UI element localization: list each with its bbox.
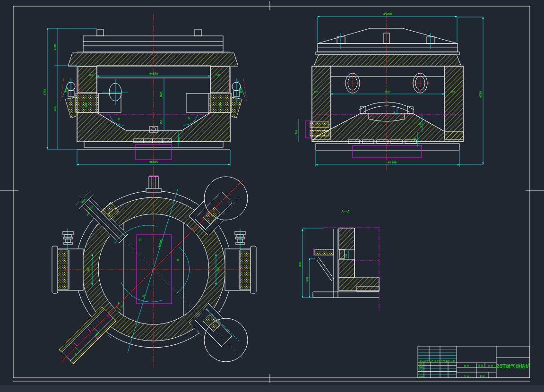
- weight-label: 重 量: [478, 364, 484, 367]
- dim-wall-left: 300: [313, 90, 318, 93]
- bottom-strip: [0, 385, 544, 392]
- sheet-label: 第 张: [480, 375, 485, 377]
- right-wall-hatch: [444, 66, 463, 139]
- dim-trunnion-right: 1160: [217, 267, 220, 273]
- revision-header: 标记 处数 分区 更改文件号 签名 日期: [419, 359, 455, 363]
- dim-dome-gap: 50: [393, 111, 396, 114]
- dim-height-lower: 3230: [53, 106, 56, 111]
- roof-refractory-hatch: [314, 55, 461, 66]
- section-label: A——A: [342, 210, 350, 213]
- dim-pocket-right: 600: [219, 102, 222, 107]
- dim-wall-left: 660: [88, 74, 93, 77]
- dim-top-width: Φ4580: [149, 72, 158, 75]
- dim-trunnion-left: 1160: [87, 267, 90, 273]
- dim-overall-width: Φ6085: [149, 160, 158, 163]
- left-wall-hatch: [312, 66, 331, 139]
- row-approve: 批准: [418, 375, 423, 378]
- sheets-label: 共 张: [464, 375, 469, 377]
- dim-inner-height: 1060: [160, 92, 163, 97]
- dim-base-height: 350: [177, 137, 180, 141]
- dim-height-total: 4750: [479, 91, 482, 98]
- row-process: 工艺: [419, 369, 423, 372]
- plan-view: 1160 1160: [52, 171, 256, 367]
- wall-hatch-mid: [339, 249, 345, 258]
- row-check: 审核: [419, 366, 423, 368]
- dim-base-height: 350: [414, 138, 416, 142]
- lid-refractory-hatch: [68, 53, 238, 66]
- dim-spout-height: 760: [295, 130, 298, 134]
- wall-hatch-upper: [339, 228, 354, 250]
- dim-top-width: Φ5900: [383, 12, 392, 16]
- dim-height-inner: 1490: [306, 276, 309, 282]
- dim-overall-width: Φ6140: [388, 161, 397, 164]
- dim-height-upper: 1440: [53, 44, 56, 50]
- base-hatch: [339, 277, 379, 290]
- drawing-title: 20T燃气熔炼炉: [496, 363, 530, 369]
- dim-height-total: 4750: [43, 88, 46, 95]
- row-design: 设计: [419, 363, 423, 366]
- dim-bath-depth: 750: [418, 122, 421, 127]
- cad-drawing-canvas[interactable]: Φ4580 660 560 600 600 1060 150 45 45 350…: [0, 0, 544, 392]
- dim-wall-right: 500: [450, 90, 455, 93]
- dim-wall-thickness: 350: [345, 254, 347, 258]
- dim-inner-width: 4500: [385, 90, 390, 93]
- dim-inner-depth: 150: [160, 120, 163, 124]
- wall-hatch-lower: [339, 259, 354, 277]
- left-wall-hatch: [78, 67, 97, 93]
- dim-wall-right: 560: [216, 74, 220, 77]
- right-wall-hatch: [210, 67, 229, 93]
- dim-pocket-left: 600: [85, 102, 87, 107]
- dim-height-outer: 1810: [299, 261, 302, 267]
